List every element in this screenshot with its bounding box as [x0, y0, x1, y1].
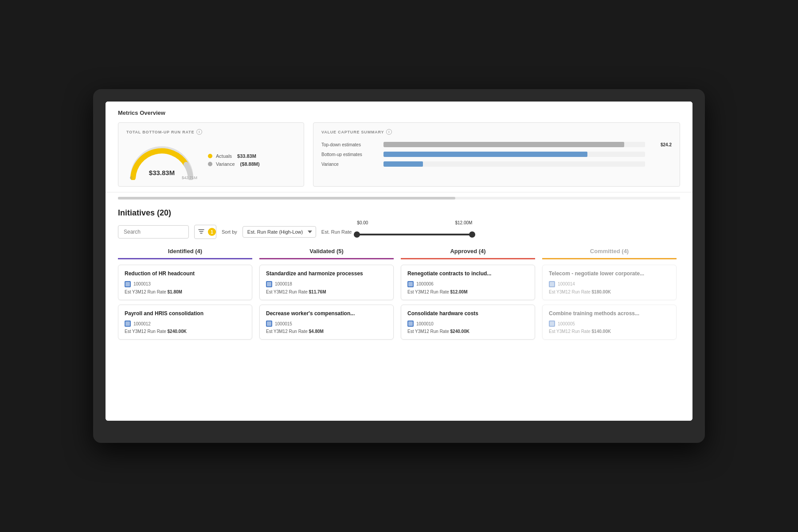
card-title: Telecom - negotiate lower corporate...	[549, 270, 670, 278]
card-title: Payroll and HRIS consolidation	[125, 310, 246, 317]
gauge-section: $33.83M 0 $42.71M Actuals $33.83M	[126, 140, 296, 180]
vc-topdown-label: Top-down estimates	[321, 142, 379, 147]
vc-topdown-amount: $24.2	[649, 142, 672, 147]
app-container: Metrics Overview TOTAL BOTTOM-UP RUN RAT…	[106, 102, 692, 421]
range-max-label: $12.00M	[455, 220, 472, 225]
gauge-legend: Actuals $33.83M Variance ($8.88M)	[208, 153, 260, 167]
monitor-frame: Metrics Overview TOTAL BOTTOM-UP RUN RAT…	[93, 89, 705, 443]
svg-rect-4	[408, 282, 413, 286]
initiatives-section: Initiatives (20) 1 Sort by Est	[106, 200, 692, 353]
card-id: 1000006	[416, 282, 434, 286]
value-capture-panel: VALUE CAPTURE SUMMARY i Top-down estimat…	[313, 122, 680, 187]
kanban-col-identified: Identified (4)Reduction of HR headcount1…	[118, 248, 256, 344]
initiative-card[interactable]: Reduction of HR headcount1000013Est Y3M1…	[118, 265, 252, 300]
gauge-value: $33.83M	[149, 169, 175, 176]
card-meta: 1000014	[549, 281, 670, 287]
bottom-up-run-rate-panel: TOTAL BOTTOM-UP RUN RATE i	[118, 122, 304, 187]
gauge-max: $42.71M	[182, 176, 197, 180]
card-title: Decrease worker's compensation...	[266, 310, 387, 317]
vc-rows: Top-down estimates $24.2 Bottom-up estim…	[321, 140, 672, 167]
vc-row-bottomup: Bottom-up estimates	[321, 152, 672, 157]
filter-badge: 1	[208, 228, 216, 236]
card-id: 1000014	[558, 282, 575, 286]
actuals-dot	[208, 154, 212, 158]
range-dot-min[interactable]	[354, 231, 360, 238]
card-rate: Est Y3M12 Run Rate $240.00K	[407, 329, 528, 334]
kanban-col-validated: Validated (5)Standardize and harmonize p…	[256, 248, 397, 344]
initiative-card[interactable]: Standardize and harmonize processes10000…	[259, 265, 394, 300]
initiative-card[interactable]: Decrease worker's compensation...1000015…	[259, 305, 394, 340]
card-title: Consolidate hardware costs	[407, 310, 528, 317]
vc-topdown-bar	[383, 142, 624, 147]
card-meta: 1000018	[266, 281, 387, 287]
card-rate: Est Y3M12 Run Rate $180.00K	[549, 289, 670, 294]
card-rate: Est Y3M12 Run Rate $240.00K	[125, 329, 246, 334]
legend-variance: Variance ($8.88M)	[208, 161, 260, 167]
card-id: 1000013	[133, 282, 151, 286]
range-track[interactable]	[357, 234, 472, 235]
col-header-approved: Approved (4)	[401, 248, 535, 259]
filter-icon	[195, 229, 208, 235]
svg-rect-0	[125, 282, 130, 286]
svg-rect-6	[550, 282, 554, 286]
card-meta: 1000015	[266, 321, 387, 327]
vc-bottomup-label: Bottom-up estimates	[321, 152, 379, 157]
monitor-screen: Metrics Overview TOTAL BOTTOM-UP RUN RAT…	[106, 102, 692, 421]
svg-rect-2	[267, 282, 271, 286]
range-min-label: $0.00	[357, 220, 368, 225]
initiative-card[interactable]: Payroll and HRIS consolidation1000012Est…	[118, 305, 252, 340]
bottom-up-info-icon[interactable]: i	[196, 129, 202, 135]
card-id: 1000010	[416, 321, 434, 326]
value-capture-label: VALUE CAPTURE SUMMARY i	[321, 129, 672, 135]
legend-actuals: Actuals $33.83M	[208, 153, 260, 159]
vc-row-variance: Variance	[321, 161, 672, 167]
vc-variance-bar	[383, 161, 423, 167]
bottom-up-label: TOTAL BOTTOM-UP RUN RATE i	[126, 129, 296, 135]
svg-rect-1	[125, 321, 130, 326]
kanban-col-approved: Approved (4)Renegotiate contracts to inc…	[397, 248, 539, 344]
gauge-min: 0	[130, 176, 132, 180]
card-rate: Est Y3M12 Run Rate $11.76M	[266, 289, 387, 294]
card-id: 1000018	[275, 282, 292, 286]
card-icon	[407, 281, 414, 287]
card-title: Reduction of HR headcount	[125, 270, 246, 278]
card-meta: 1000006	[407, 281, 528, 287]
card-id: 1000012	[133, 321, 151, 326]
initiative-card[interactable]: Consolidate hardware costs1000010Est Y3M…	[401, 305, 535, 340]
variance-dot	[208, 162, 212, 166]
card-title: Combine training methods across...	[549, 310, 670, 317]
initiative-card[interactable]: Combine training methods across...100000…	[542, 305, 677, 340]
value-capture-info-icon[interactable]: i	[386, 129, 392, 135]
svg-rect-3	[267, 321, 271, 326]
initiative-card[interactable]: Renegotiate contracts to includ...100000…	[401, 265, 535, 300]
card-icon	[549, 321, 555, 327]
col-header-identified: Identified (4)	[118, 248, 252, 259]
card-meta: 1000005	[549, 321, 670, 327]
card-rate: Est Y3M12 Run Rate $12.00M	[407, 289, 528, 294]
card-id: 1000005	[558, 321, 575, 326]
vc-variance-label: Variance	[321, 162, 379, 167]
col-header-committed: Committed (4)	[542, 248, 677, 259]
range-dot-max[interactable]	[469, 231, 475, 238]
vc-bottomup-bar-container	[383, 152, 645, 157]
metrics-title: Metrics Overview	[118, 110, 680, 116]
vc-row-topdown: Top-down estimates $24.2	[321, 142, 672, 147]
initiative-card[interactable]: Telecom - negotiate lower corporate...10…	[542, 265, 677, 300]
est-run-rate-label: Est. Run Rate	[321, 229, 352, 235]
kanban-board: Identified (4)Reduction of HR headcount1…	[118, 248, 680, 344]
card-icon	[125, 281, 131, 287]
card-id: 1000015	[275, 321, 292, 326]
funnel-icon	[198, 229, 204, 235]
card-icon	[549, 281, 555, 287]
vc-bottomup-bar	[383, 152, 587, 157]
filter-button[interactable]: 1	[194, 225, 216, 239]
search-input[interactable]	[118, 225, 189, 239]
kanban-col-committed: Committed (4)Telecom - negotiate lower c…	[539, 248, 680, 344]
card-icon	[407, 321, 414, 327]
vc-topdown-bar-container	[383, 142, 645, 147]
filter-bar: 1 Sort by Est. Run Rate (High-Low) Est. …	[118, 225, 680, 239]
sort-by-label: Sort by	[222, 229, 237, 235]
sort-select[interactable]: Est. Run Rate (High-Low) Est. Run Rate (…	[243, 226, 316, 238]
card-title: Renegotiate contracts to includ...	[407, 270, 528, 278]
card-icon	[266, 321, 272, 327]
